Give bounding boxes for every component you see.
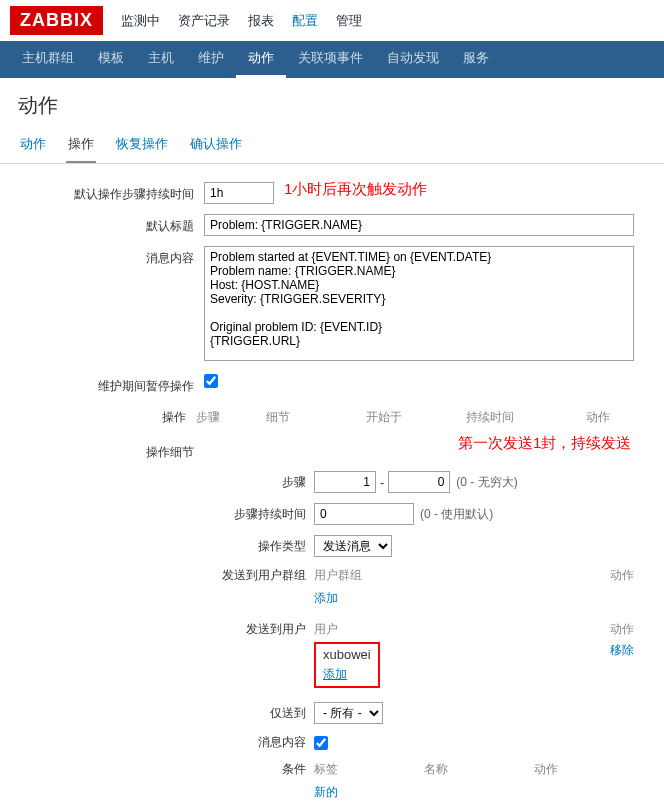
- annotation-send: 第一次发送1封，持续发送: [458, 434, 664, 453]
- input-step-duration[interactable]: [314, 503, 414, 525]
- label-step-duration: 步骤持续时间: [204, 506, 314, 523]
- tab-operation[interactable]: 操作: [66, 129, 96, 163]
- label-send-group: 发送到用户群组: [204, 567, 314, 584]
- checkbox-msg-content[interactable]: [314, 736, 328, 750]
- link-add-group[interactable]: 添加: [314, 591, 338, 605]
- topnav-config[interactable]: 配置: [292, 12, 318, 30]
- link-new-condition[interactable]: 新的: [314, 785, 338, 799]
- label-default-duration: 默认操作步骤持续时间: [18, 182, 204, 203]
- ops-table-header: 步骤 细节 开始于 持续时间 动作: [196, 405, 646, 430]
- label-op-type: 操作类型: [204, 538, 314, 555]
- send-group-header: 用户群组 动作: [314, 567, 634, 584]
- input-default-title[interactable]: [204, 214, 634, 236]
- sub-nav: 主机群组 模板 主机 维护 动作 关联项事件 自动发现 服务: [0, 41, 664, 78]
- link-remove-user[interactable]: 移除: [610, 643, 634, 657]
- tab-recovery[interactable]: 恢复操作: [114, 129, 170, 163]
- cond-header: 标签 名称 动作: [314, 761, 634, 778]
- send-user-header: 用户 动作: [314, 621, 634, 638]
- label-message: 消息内容: [18, 246, 204, 267]
- topnav-monitor[interactable]: 监测中: [121, 12, 160, 30]
- checkbox-pause-maint[interactable]: [204, 374, 218, 388]
- label-conditions: 条件: [204, 761, 314, 778]
- subnav-actions[interactable]: 动作: [236, 41, 286, 78]
- textarea-message[interactable]: [204, 246, 634, 361]
- topnav-admin[interactable]: 管理: [336, 12, 362, 30]
- tab-action[interactable]: 动作: [18, 129, 48, 163]
- label-default-title: 默认标题: [18, 214, 204, 235]
- page-title: 动作: [0, 78, 664, 129]
- subnav-templates[interactable]: 模板: [86, 41, 136, 78]
- subnav-discovery[interactable]: 自动发现: [375, 41, 451, 78]
- subnav-correlation[interactable]: 关联项事件: [286, 41, 375, 78]
- annotation-duration: 1小时后再次触发动作: [284, 180, 427, 199]
- tabs: 动作 操作 恢复操作 确认操作: [0, 129, 664, 164]
- step-dur-hint: (0 - 使用默认): [414, 506, 493, 523]
- label-send-user: 发送到用户: [204, 621, 314, 638]
- input-step-to[interactable]: [388, 471, 450, 493]
- label-pause-maint: 维护期间暂停操作: [18, 374, 204, 395]
- label-msg-content: 消息内容: [204, 734, 314, 751]
- label-operations: 操作: [18, 405, 196, 426]
- subnav-hosts[interactable]: 主机: [136, 41, 186, 78]
- step-hint: (0 - 无穷大): [450, 474, 517, 491]
- user-row: xubowei 添加 移除: [314, 642, 634, 688]
- select-send-only[interactable]: - 所有 -: [314, 702, 383, 724]
- input-default-duration[interactable]: [204, 182, 274, 204]
- select-op-type[interactable]: 发送消息: [314, 535, 392, 557]
- label-send-only: 仅送到: [204, 705, 314, 722]
- input-step-from[interactable]: [314, 471, 376, 493]
- topnav-assets[interactable]: 资产记录: [178, 12, 230, 30]
- label-step: 步骤: [204, 474, 314, 491]
- subnav-services[interactable]: 服务: [451, 41, 501, 78]
- tab-ack[interactable]: 确认操作: [188, 129, 244, 163]
- operation-detail: 步骤 - (0 - 无穷大) 步骤持续时间 (0 - 使用默认) 操作类型 发送…: [204, 471, 646, 801]
- subnav-maintenance[interactable]: 维护: [186, 41, 236, 78]
- topnav-reports[interactable]: 报表: [248, 12, 274, 30]
- user-name: xubowei: [319, 645, 375, 664]
- link-add-user[interactable]: 添加: [323, 667, 347, 681]
- label-op-detail: 操作细节: [18, 440, 204, 461]
- top-header: ZABBIX 监测中 资产记录 报表 配置 管理: [0, 0, 664, 41]
- subnav-hostgroups[interactable]: 主机群组: [10, 41, 86, 78]
- form: 默认操作步骤持续时间 1小时后再次触发动作 默认标题 消息内容 维护期间暂停操作…: [0, 164, 664, 803]
- logo: ZABBIX: [10, 6, 103, 35]
